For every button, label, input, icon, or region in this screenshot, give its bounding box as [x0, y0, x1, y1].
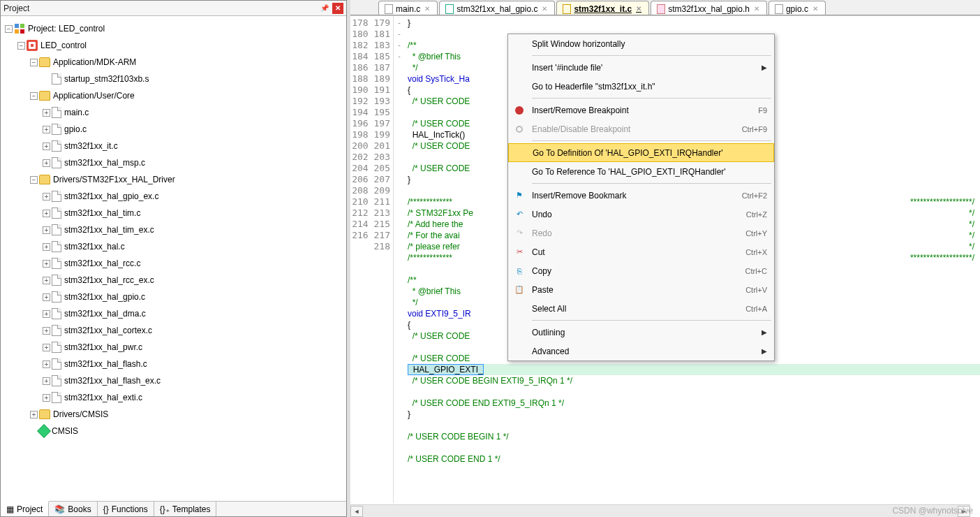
- close-icon[interactable]: ✕: [812, 5, 818, 13]
- menu-label: Redo: [532, 228, 552, 238]
- expander-icon[interactable]: +: [43, 394, 50, 402]
- menu-item[interactable]: 📋PasteCtrl+V: [508, 280, 774, 299]
- tree-file[interactable]: startup_stm32f103xb.s: [5, 71, 346, 87]
- scroll-track[interactable]: [363, 506, 958, 517]
- tree-label: stm32f1xx_hal_rcc.c: [64, 258, 140, 268]
- expander-icon[interactable]: +: [43, 126, 50, 133]
- tree-label: stm32f1xx_hal_dma.c: [64, 309, 146, 319]
- tab-icon: {}₊: [160, 504, 170, 514]
- menu-item[interactable]: ↶UndoCtrl+Z: [508, 205, 774, 224]
- file-icon: [52, 308, 61, 319]
- tree-file[interactable]: +stm32f1xx_hal_flash.c: [5, 356, 346, 372]
- expander-icon[interactable]: +: [43, 143, 50, 150]
- menu-item[interactable]: Select AllCtrl+A: [508, 299, 774, 318]
- menu-item[interactable]: Advanced▶: [508, 342, 774, 361]
- file-icon: [52, 392, 61, 403]
- expander-icon[interactable]: +: [43, 277, 50, 284]
- expander-icon[interactable]: +: [43, 226, 50, 234]
- tree-file[interactable]: +stm32f1xx_hal_exti.c: [5, 389, 346, 406]
- menu-item[interactable]: Go To Definition Of 'HAL_GPIO_EXTI_IRQHa…: [508, 143, 774, 162]
- expander-icon[interactable]: +: [30, 411, 38, 418]
- file-icon: [52, 140, 61, 152]
- expander-icon[interactable]: −: [30, 176, 38, 184]
- tree-file[interactable]: +stm32f1xx_hal_rcc_ex.c: [5, 272, 346, 289]
- menu-item[interactable]: ⎘CopyCtrl+C: [508, 261, 774, 280]
- bottom-tab-functions[interactable]: {}Functions: [98, 502, 154, 516]
- expander-icon[interactable]: −: [17, 42, 25, 50]
- close-icon[interactable]: ✕: [636, 5, 641, 13]
- tree-file[interactable]: +stm32f1xx_hal_rcc.c: [5, 255, 346, 272]
- expander-icon[interactable]: −: [5, 25, 13, 33]
- menu-item: Enable/Disable BreakpointCtrl+F9: [508, 119, 774, 138]
- tree-file[interactable]: +stm32f1xx_hal_cortex.c: [5, 322, 346, 339]
- expander-icon[interactable]: −: [30, 59, 38, 66]
- menu-item[interactable]: Go to Headerfile "stm32f1xx_it.h": [508, 77, 774, 96]
- tab-icon: 📚: [54, 504, 65, 514]
- bottom-tab-books[interactable]: 📚Books: [49, 502, 97, 516]
- close-icon[interactable]: ✕: [542, 5, 547, 13]
- expander-icon[interactable]: −: [30, 92, 38, 100]
- shortcut-label: F9: [758, 106, 767, 115]
- expander-icon[interactable]: +: [43, 377, 50, 385]
- tree-file[interactable]: +stm32f1xx_it.c: [5, 138, 346, 154]
- bottom-tab-project[interactable]: ▦Project: [1, 501, 49, 516]
- tree-file[interactable]: +stm32f1xx_hal_pwr.c: [5, 339, 346, 356]
- tree-file[interactable]: +main.c: [5, 104, 346, 121]
- expander-icon[interactable]: +: [43, 293, 50, 301]
- file-tab[interactable]: stm32f1xx_hal_gpio.h✕: [651, 1, 767, 15]
- tree-folder[interactable]: −Application/MDK-ARM: [5, 54, 346, 71]
- file-tab[interactable]: main.c✕: [378, 1, 438, 15]
- bottom-tab-templates[interactable]: {}₊Templates: [154, 502, 217, 516]
- menu-item[interactable]: ⚑Insert/Remove BookmarkCtrl+F2: [508, 186, 774, 205]
- tree-file[interactable]: +stm32f1xx_hal_tim_ex.c: [5, 221, 346, 238]
- tree-file[interactable]: +stm32f1xx_hal_tim.c: [5, 205, 346, 221]
- tree-target[interactable]: −LED_control: [5, 37, 346, 54]
- expander-icon[interactable]: +: [43, 109, 50, 117]
- menu-item[interactable]: ✂CutCtrl+X: [508, 242, 774, 261]
- tree-project-root[interactable]: −Project: LED_control: [5, 20, 346, 37]
- expander-icon[interactable]: +: [43, 361, 50, 368]
- file-tab[interactable]: stm32f1xx_it.c✕: [556, 1, 649, 15]
- expander-icon[interactable]: +: [43, 210, 50, 217]
- menu-item[interactable]: Insert '#include file'▶: [508, 58, 774, 77]
- tree-folder[interactable]: +Drivers/CMSIS: [5, 406, 346, 423]
- horizontal-scrollbar[interactable]: ◄ ►: [350, 504, 970, 517]
- tree-file[interactable]: +stm32f1xx_hal_dma.c: [5, 305, 346, 322]
- tree-folder[interactable]: −Application/User/Core: [5, 87, 346, 104]
- file-icon: [445, 4, 454, 14]
- menu-item[interactable]: Split Window horizontally: [508, 34, 774, 53]
- tree-file[interactable]: +stm32f1xx_hal.c: [5, 238, 346, 255]
- tree-file[interactable]: +stm32f1xx_hal_gpio.c: [5, 289, 346, 305]
- tree-folder[interactable]: −Drivers/STM32F1xx_HAL_Driver: [5, 171, 346, 188]
- menu-item[interactable]: Outlining▶: [508, 323, 774, 342]
- tree-file[interactable]: +stm32f1xx_hal_msp.c: [5, 154, 346, 171]
- file-icon: [52, 191, 61, 202]
- menu-item[interactable]: Insert/Remove BreakpointF9: [508, 101, 774, 119]
- menu-label: Go To Reference To 'HAL_GPIO_EXTI_IRQHan…: [532, 167, 726, 177]
- tree-cmsis[interactable]: CMSIS: [5, 423, 346, 439]
- tree-file[interactable]: +stm32f1xx_hal_gpio_ex.c: [5, 188, 346, 205]
- close-icon[interactable]: ✕: [424, 5, 430, 13]
- expander-icon[interactable]: +: [43, 193, 50, 201]
- expander-icon[interactable]: +: [43, 310, 50, 318]
- scroll-left-button[interactable]: ◄: [350, 506, 363, 517]
- file-tab[interactable]: stm32f1xx_hal_gpio.c✕: [439, 1, 555, 15]
- expander-icon[interactable]: +: [43, 327, 50, 335]
- close-icon[interactable]: ✕: [754, 5, 759, 13]
- fold-column[interactable]: - - - -: [394, 16, 405, 503]
- tab-label: main.c: [396, 4, 420, 14]
- menu-item[interactable]: Go To Reference To 'HAL_GPIO_EXTI_IRQHan…: [508, 162, 774, 181]
- file-tab[interactable]: gpio.c✕: [769, 1, 826, 15]
- expander-icon[interactable]: +: [43, 260, 50, 268]
- menu-label: Undo: [532, 210, 552, 219]
- file-icon: [52, 275, 61, 286]
- project-tree[interactable]: −Project: LED_control−LED_control−Applic…: [1, 16, 346, 501]
- tree-label: stm32f1xx_hal_flash_ex.c: [64, 376, 161, 386]
- expander-icon[interactable]: +: [43, 159, 50, 167]
- expander-icon[interactable]: +: [43, 344, 50, 351]
- tree-file[interactable]: +gpio.c: [5, 121, 346, 138]
- close-icon[interactable]: ✕: [332, 3, 343, 14]
- tree-file[interactable]: +stm32f1xx_hal_flash_ex.c: [5, 372, 346, 389]
- expander-icon[interactable]: +: [43, 243, 50, 251]
- pin-icon[interactable]: 📌: [320, 3, 329, 13]
